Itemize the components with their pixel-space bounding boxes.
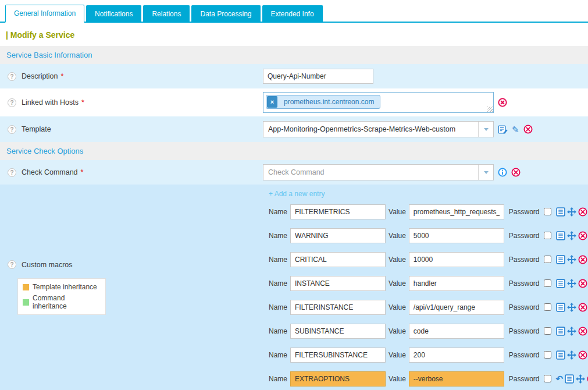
check-command-input-cell: Check Command xyxy=(263,164,521,180)
macro-row: Name Value Password ↶ xyxy=(269,367,588,390)
macro-value-input[interactable] xyxy=(409,371,504,387)
macro-value-input[interactable] xyxy=(409,276,504,291)
check-command-select[interactable]: Check Command xyxy=(263,164,494,180)
macro-move-icon[interactable] xyxy=(567,327,576,336)
macro-value-input[interactable] xyxy=(409,252,504,267)
macro-password-checkbox[interactable] xyxy=(544,256,551,263)
macro-move-icon[interactable] xyxy=(567,255,576,264)
tab-relations[interactable]: Relations xyxy=(143,5,190,22)
macro-list-icon[interactable] xyxy=(556,207,565,217)
macro-value-label: Value xyxy=(389,208,406,216)
clear-hosts-icon[interactable] xyxy=(498,98,507,107)
tab-notifications[interactable]: Notifications xyxy=(86,5,141,22)
custom-macros-label: Custom macros xyxy=(22,261,73,269)
macro-undo-icon[interactable]: ↶ xyxy=(556,374,564,383)
macro-list-icon[interactable] xyxy=(556,327,565,336)
macro-name-input[interactable] xyxy=(290,276,386,291)
macro-delete-icon[interactable] xyxy=(578,255,587,264)
macro-value-input[interactable] xyxy=(409,228,504,243)
macro-password-checkbox[interactable] xyxy=(544,327,551,335)
macro-value-input[interactable] xyxy=(409,324,504,339)
macro-move-icon[interactable] xyxy=(567,207,576,217)
macro-delete-icon[interactable] xyxy=(578,279,587,288)
macro-value-label: Value xyxy=(389,232,406,240)
macro-value-input[interactable] xyxy=(409,300,504,315)
help-icon[interactable]: ? xyxy=(8,260,16,269)
check-command-label: Check Command xyxy=(22,168,78,176)
legend-label: Command inheritance xyxy=(33,294,101,310)
resize-grip[interactable] xyxy=(487,107,493,112)
macro-list-icon[interactable] xyxy=(556,231,565,240)
tab-extended-info[interactable]: Extended Info xyxy=(262,5,323,22)
clear-check-command-icon[interactable] xyxy=(511,168,521,177)
macro-name-input[interactable] xyxy=(290,228,386,243)
macro-password-checkbox[interactable] xyxy=(544,279,551,287)
tab-data-processing[interactable]: Data Processing xyxy=(191,5,260,22)
info-icon[interactable] xyxy=(498,168,507,177)
macro-password-label: Password xyxy=(509,327,540,335)
linked-hosts-label: Linked with Hosts xyxy=(22,98,79,107)
macro-value-label: Value xyxy=(389,375,406,383)
macro-move-icon[interactable] xyxy=(567,350,576,360)
linked-hosts-label-cell: ? Linked with Hosts * xyxy=(0,98,263,107)
description-input[interactable] xyxy=(263,69,373,84)
section-basic-information: Service Basic Information xyxy=(0,46,588,64)
view-template-icon[interactable] xyxy=(498,125,508,134)
macro-password-label: Password xyxy=(509,256,540,264)
macro-name-input[interactable] xyxy=(290,324,386,339)
check-command-label-cell: ? Check Command * xyxy=(0,168,263,177)
clear-template-icon[interactable] xyxy=(523,125,533,134)
macro-password-checkbox[interactable] xyxy=(544,303,551,311)
macro-move-icon[interactable] xyxy=(576,374,585,384)
macro-password-checkbox[interactable] xyxy=(544,232,551,239)
macro-list-icon[interactable] xyxy=(556,350,565,360)
help-icon[interactable]: ? xyxy=(8,98,16,107)
macro-name-input[interactable] xyxy=(290,371,386,387)
macro-name-input[interactable] xyxy=(290,300,386,315)
macro-value-input[interactable] xyxy=(409,348,504,363)
macro-list-icon[interactable] xyxy=(556,279,565,288)
macro-delete-icon[interactable] xyxy=(578,207,587,217)
template-select[interactable]: App-Monitoring-Openmetrics-Scrape-Metric… xyxy=(263,121,494,137)
help-icon[interactable]: ? xyxy=(8,72,16,81)
macro-password-label: Password xyxy=(509,279,540,288)
chevron-down-icon xyxy=(478,165,493,180)
macro-move-icon[interactable] xyxy=(567,231,576,240)
macro-delete-icon[interactable] xyxy=(578,303,587,312)
macro-rows: Name Value Password ↶ Name Value Passwor… xyxy=(269,200,588,390)
modify-service-page: General Information Notifications Relati… xyxy=(0,0,588,390)
macro-password-checkbox[interactable] xyxy=(544,375,551,382)
description-label: Description xyxy=(22,72,58,80)
template-inheritance-swatch xyxy=(23,284,29,290)
macro-delete-icon[interactable] xyxy=(578,327,587,336)
help-icon[interactable]: ? xyxy=(8,125,16,134)
macro-move-icon[interactable] xyxy=(567,303,576,312)
macro-name-input[interactable] xyxy=(290,204,386,219)
help-icon[interactable]: ? xyxy=(8,168,16,177)
chip-remove-icon[interactable]: × xyxy=(267,96,277,108)
template-select-value: App-Monitoring-Openmetrics-Scrape-Metric… xyxy=(263,122,478,137)
macro-delete-icon[interactable] xyxy=(578,231,587,240)
linked-hosts-tag-input[interactable]: × prometheus.int.centreon.com xyxy=(263,92,494,113)
edit-template-icon[interactable]: ✎ xyxy=(512,125,519,134)
linked-hosts-row: ? Linked with Hosts * × prometheus.int.c… xyxy=(0,88,588,116)
macro-list-icon[interactable] xyxy=(556,255,565,264)
macro-password-checkbox[interactable] xyxy=(544,351,551,359)
macro-name-input[interactable] xyxy=(290,348,386,363)
description-label-cell: ? Description * xyxy=(0,72,263,81)
macro-row: Name Value Password ↶ xyxy=(269,247,588,271)
macro-value-input[interactable] xyxy=(409,204,504,219)
macro-password-checkbox[interactable] xyxy=(544,208,551,215)
macro-name-input[interactable] xyxy=(290,252,386,267)
macro-name-label: Name xyxy=(269,208,287,216)
page-title: | Modify a Service xyxy=(6,30,588,40)
custom-macros-label-cell: ? Custom macros xyxy=(8,260,263,269)
add-macro-entry-link[interactable]: + Add a new entry xyxy=(269,188,325,200)
macro-value-label: Value xyxy=(389,279,406,288)
macro-list-icon[interactable] xyxy=(556,303,565,312)
macro-list-icon[interactable] xyxy=(565,374,574,384)
macro-move-icon[interactable] xyxy=(567,279,576,288)
macro-delete-icon[interactable] xyxy=(578,350,587,360)
tab-general-information[interactable]: General Information xyxy=(5,5,84,23)
macro-row: Name Value Password ↶ xyxy=(269,343,588,367)
